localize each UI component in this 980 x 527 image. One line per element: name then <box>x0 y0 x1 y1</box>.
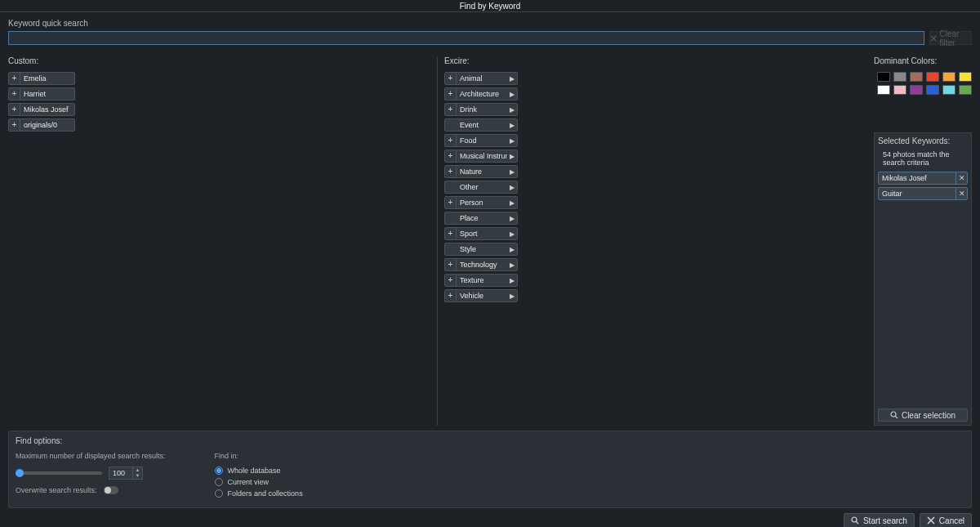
color-swatch[interactable] <box>893 72 906 82</box>
expand-icon[interactable]: ▶ <box>507 199 517 207</box>
excire-keyword-item[interactable]: +Person▶ <box>444 196 518 209</box>
find-in-option[interactable]: Folders and collections <box>215 489 303 498</box>
add-icon[interactable]: + <box>445 73 457 84</box>
excire-keyword-item[interactable]: +Musical Instrument▶ <box>444 150 518 163</box>
radio-label: Whole database <box>228 467 281 475</box>
color-swatch[interactable] <box>877 85 890 95</box>
add-icon[interactable]: + <box>445 150 457 162</box>
excire-keyword-item[interactable]: +Sport▶ <box>444 227 518 240</box>
keyword-label: Vehicle <box>457 292 507 300</box>
expand-icon[interactable]: ▶ <box>507 168 517 176</box>
excire-keyword-item[interactable]: +Place▶ <box>444 212 518 225</box>
remove-icon[interactable]: ✕ <box>956 172 967 184</box>
add-icon[interactable]: + <box>445 259 457 270</box>
radio-label: Folders and collections <box>228 489 303 498</box>
expand-icon[interactable]: ▶ <box>507 246 517 253</box>
excire-keyword-item[interactable]: +Vehicle▶ <box>444 289 518 302</box>
keyword-label: Harriet <box>20 90 74 98</box>
excire-keyword-item[interactable]: +Drink▶ <box>444 103 518 116</box>
expand-icon[interactable]: ▶ <box>507 75 517 83</box>
color-swatch[interactable] <box>926 72 939 82</box>
add-icon[interactable]: + <box>445 135 457 146</box>
expand-icon[interactable]: ▶ <box>507 261 517 269</box>
stepper-buttons[interactable]: ▲▼ <box>132 467 142 479</box>
radio-button[interactable] <box>215 478 223 486</box>
start-search-button[interactable]: Start search <box>844 513 915 527</box>
keyword-label: Nature <box>457 167 507 176</box>
max-results-label: Maximum number of displayed search resul… <box>16 452 166 460</box>
clear-selection-button[interactable]: Clear selection <box>878 409 968 422</box>
clear-filter-label: Clear filter <box>939 29 971 47</box>
keyword-label: Food <box>457 136 507 145</box>
expand-icon[interactable]: ▶ <box>507 277 517 284</box>
radio-label: Current view <box>228 478 270 486</box>
expand-icon[interactable]: ▶ <box>507 106 517 114</box>
add-icon[interactable]: + <box>445 104 457 115</box>
excire-keyword-item[interactable]: +Architecture▶ <box>444 87 518 100</box>
radio-button[interactable] <box>215 467 223 475</box>
custom-keyword-item[interactable]: +originals/0 <box>8 118 75 132</box>
color-swatch[interactable] <box>910 85 923 95</box>
excire-keyword-item[interactable]: +Texture▶ <box>444 274 518 287</box>
keyword-label: Sport <box>457 230 507 238</box>
color-swatch[interactable] <box>959 85 972 95</box>
custom-keyword-item[interactable]: +Harriet <box>8 87 75 100</box>
radio-button[interactable] <box>215 489 223 498</box>
color-swatch[interactable] <box>942 85 956 95</box>
add-icon[interactable]: + <box>445 166 457 177</box>
color-swatch[interactable] <box>910 72 923 82</box>
excire-keyword-item[interactable]: +Other▶ <box>444 181 518 194</box>
color-swatch[interactable] <box>893 85 906 95</box>
expand-icon[interactable]: ▶ <box>507 230 517 238</box>
add-icon[interactable]: + <box>445 88 457 100</box>
color-swatch[interactable] <box>959 72 972 82</box>
custom-keyword-item[interactable]: +Mikolas Josef <box>8 103 75 116</box>
excire-keyword-item[interactable]: +Event▶ <box>444 118 518 132</box>
add-icon[interactable]: + <box>445 228 457 239</box>
max-results-slider[interactable] <box>16 471 102 475</box>
chip-label: Guitar <box>879 190 956 198</box>
add-icon[interactable]: + <box>9 73 20 84</box>
excire-keyword-item[interactable]: +Food▶ <box>444 134 518 147</box>
expand-icon[interactable]: ▶ <box>507 153 517 160</box>
excire-keyword-item[interactable]: +Style▶ <box>444 243 518 256</box>
slider-knob[interactable] <box>16 469 24 477</box>
keyword-label: Texture <box>457 276 507 284</box>
excire-keyword-item[interactable]: +Nature▶ <box>444 165 518 178</box>
color-swatch[interactable] <box>942 72 956 82</box>
color-swatch[interactable] <box>926 85 939 95</box>
keyword-label: originals/0 <box>20 121 74 129</box>
add-icon[interactable]: + <box>445 290 457 301</box>
keyword-label: Style <box>457 245 507 253</box>
find-in-option[interactable]: Whole database <box>215 467 303 475</box>
overwrite-results-toggle[interactable] <box>104 486 118 494</box>
add-icon[interactable]: + <box>9 88 20 100</box>
expand-icon[interactable]: ▶ <box>507 91 517 98</box>
find-in-option[interactable]: Current view <box>215 478 303 486</box>
keyword-search-input[interactable] <box>8 31 924 45</box>
expand-icon[interactable]: ▶ <box>507 293 517 300</box>
max-results-input[interactable]: 100 ▲▼ <box>109 467 143 480</box>
add-icon[interactable]: + <box>9 104 20 115</box>
cancel-button[interactable]: Cancel <box>920 513 972 527</box>
find-in-options: Whole databaseCurrent viewFolders and co… <box>215 467 303 498</box>
custom-keyword-item[interactable]: +Emelia <box>8 72 75 85</box>
clear-filter-button[interactable]: Clear filter <box>929 31 972 45</box>
keyword-label: Mikolas Josef <box>20 105 74 114</box>
selected-keyword-chip[interactable]: Mikolas Josef✕ <box>878 172 968 185</box>
add-icon[interactable]: + <box>9 119 20 131</box>
color-swatch[interactable] <box>877 72 890 82</box>
excire-keyword-item[interactable]: +Animal▶ <box>444 72 518 85</box>
max-results-value: 100 <box>109 469 132 477</box>
add-icon[interactable]: + <box>445 197 457 208</box>
expand-icon[interactable]: ▶ <box>507 137 517 145</box>
find-in-label: Find in: <box>215 452 239 460</box>
keyword-label: Architecture <box>457 90 507 98</box>
excire-keyword-item[interactable]: +Technology▶ <box>444 258 518 271</box>
expand-icon[interactable]: ▶ <box>507 184 517 191</box>
remove-icon[interactable]: ✕ <box>956 188 967 199</box>
expand-icon[interactable]: ▶ <box>507 215 517 222</box>
expand-icon[interactable]: ▶ <box>507 122 517 129</box>
selected-keyword-chip[interactable]: Guitar✕ <box>878 187 968 200</box>
add-icon[interactable]: + <box>445 275 457 286</box>
